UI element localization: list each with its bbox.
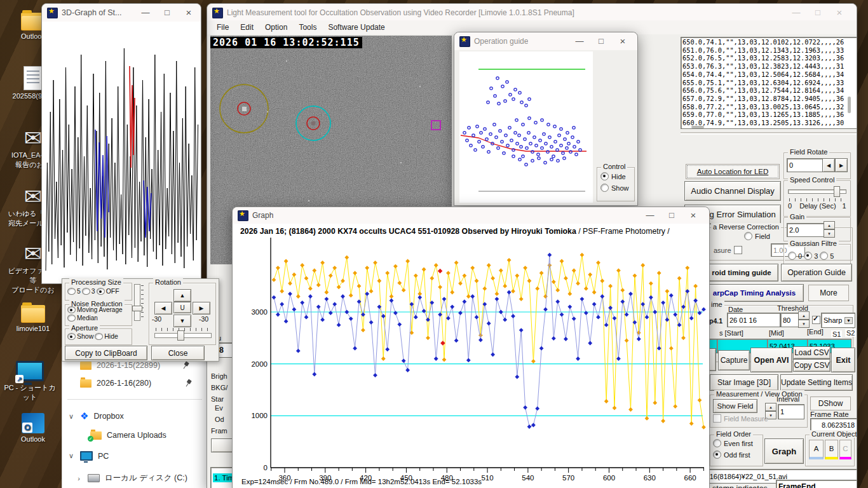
gain-value[interactable]: 2.0	[787, 223, 825, 237]
chevron-down-icon[interactable]: ∨	[67, 412, 75, 421]
median-radio[interactable]: Median	[67, 315, 98, 322]
rotate-left-button[interactable]: ◀	[154, 302, 172, 315]
rotate-reset-button[interactable]: U	[173, 302, 191, 313]
radio-icon[interactable]	[713, 439, 721, 447]
explorer-row-pc[interactable]: ∨ PC	[67, 451, 109, 461]
hide-radio[interactable]: Hide	[600, 172, 626, 180]
field-radio[interactable]: Field	[744, 232, 770, 240]
threshold-spinner[interactable]: ▲▼	[798, 311, 810, 328]
radio-icon-off[interactable]	[97, 288, 105, 295]
maximize-button[interactable]: □	[156, 4, 178, 22]
copy-csv-button[interactable]: Copy CSV	[793, 359, 831, 372]
menu-tools[interactable]: Tools	[293, 22, 322, 33]
radio-icon[interactable]	[713, 451, 721, 459]
csv-data-listbox[interactable]: 650.0,74.1,"",13,03,12.0102,12.0722,,,,2…	[681, 37, 857, 129]
menu-file[interactable]: File	[211, 22, 234, 33]
explorer-row-pinned-2[interactable]: 2026-1-16(280)	[80, 379, 192, 388]
chevron-down-icon[interactable]: ∨	[67, 452, 75, 460]
object-b-button[interactable]: B	[825, 440, 838, 459]
graph-button[interactable]: Graph	[764, 438, 804, 464]
show-field-button[interactable]: Show Field	[713, 399, 757, 413]
frame-end-field[interactable]: FrameEnd	[776, 480, 857, 488]
object-a-button[interactable]: A	[809, 440, 824, 459]
date-field[interactable]: 26 01 16	[727, 313, 780, 327]
menu-edit[interactable]: Edit	[234, 22, 259, 33]
centroid-timing-guide-button[interactable]: roid timing guide	[705, 264, 778, 281]
explorer-row-local-disk[interactable]: › ローカル ディスク (C:)	[75, 473, 187, 484]
close-button[interactable]: ×	[682, 207, 704, 224]
field-measure-checkbox-row[interactable]: Field Measure	[713, 414, 768, 423]
auto-location-led-button[interactable]: Auto Location for LED	[686, 164, 780, 179]
odd-first-radio[interactable]: Odd first	[713, 451, 750, 459]
update-setting-items-button[interactable]: Update Setting Items	[780, 374, 853, 391]
maximize-button[interactable]: □	[590, 32, 612, 50]
sharp-dropdown[interactable]: Sharp▼	[821, 313, 855, 328]
radio-icon-show[interactable]	[67, 333, 76, 340]
zoom-slider-thumb[interactable]	[132, 306, 142, 311]
moving-average-radio[interactable]: Moving Average	[67, 306, 123, 313]
rotate-right-button[interactable]: ▶	[193, 302, 210, 315]
audio-channel-display-button[interactable]: Audio Channel Display	[684, 181, 781, 201]
listbox-vscrollbar-thumb[interactable]	[848, 97, 851, 113]
main-titlebar[interactable]: Light Measurement tool for Occultation O…	[207, 4, 857, 22]
dropdown-arrow-icon[interactable]: ▼	[844, 317, 853, 324]
speed-slider-thumb[interactable]	[834, 186, 840, 197]
close-button[interactable]: ×	[178, 4, 200, 22]
show-radio[interactable]: Show	[600, 184, 629, 192]
sharpcap-timing-analysis-button[interactable]: arpCap Timing Analysis	[705, 284, 804, 302]
radio-icon[interactable]	[600, 172, 609, 180]
menu-option[interactable]: Option	[259, 22, 293, 33]
object-c-button[interactable]: C	[839, 440, 851, 459]
more-button[interactable]: More	[808, 285, 849, 301]
minimize-button[interactable]: —	[569, 32, 590, 50]
radio-icon-5[interactable]	[67, 288, 76, 295]
rotate-left-button[interactable]: ◀	[822, 158, 835, 172]
checkbox-icon[interactable]	[713, 414, 721, 423]
rotation-slider-thumb[interactable]	[177, 330, 184, 341]
minimize-button[interactable]: —	[135, 4, 156, 22]
checkbox-icon[interactable]	[734, 246, 742, 254]
desktop-icon-outlook-app[interactable]: Outlook	[6, 407, 60, 443]
interval-field[interactable]: 1	[778, 404, 804, 419]
graph-titlebar[interactable]: Graph	[233, 207, 709, 224]
menu-software-update[interactable]: Software Update	[322, 22, 390, 33]
radio-icon-0[interactable]	[788, 252, 796, 260]
radio-icon[interactable]	[67, 315, 76, 322]
radio-icon[interactable]	[600, 184, 609, 192]
measure-checkbox-row[interactable]: asure	[714, 246, 742, 254]
field-rotate-value[interactable]: 0	[787, 158, 824, 172]
load-csv-button[interactable]: Load CSV	[793, 346, 831, 359]
gain-spinner[interactable]: ▲▼	[824, 221, 835, 238]
rotate-up-button[interactable]: ▲	[173, 289, 191, 302]
desktop-icon-pc-shortcut[interactable]: ↗ PC - ショートカット	[3, 355, 57, 402]
explorer-row-dropbox[interactable]: ∨ ❖ Dropbox	[67, 410, 124, 422]
exit-button[interactable]: Exit	[831, 348, 855, 372]
rotate-down-button[interactable]: ▼	[173, 315, 191, 327]
rotate-right-button[interactable]: ▶	[835, 158, 848, 172]
radio-icon-5[interactable]	[820, 252, 828, 260]
radio-icon[interactable]	[67, 306, 76, 313]
close-button[interactable]: ×	[829, 4, 850, 22]
star-image-3d-button[interactable]: Star Image [3D]	[710, 374, 778, 391]
capture-button[interactable]: Capture	[718, 350, 750, 370]
dshow-button[interactable]: DShow	[810, 396, 851, 410]
copy-to-clipboard-button[interactable]: Copy to ClipBoard	[65, 346, 147, 360]
explorer-row-camera-uploads[interactable]: ✓ Camera Uploads	[90, 431, 166, 440]
radio-icon[interactable]	[744, 232, 752, 240]
listbox-hscrollbar-thumb[interactable]	[691, 126, 704, 128]
desktop-icon-limovie-folder[interactable]: limovie101	[6, 296, 60, 332]
radio-icon-hide[interactable]	[95, 333, 103, 340]
zoom-slider-track[interactable]	[134, 284, 140, 321]
open-avi-button[interactable]: Open AVI	[750, 348, 792, 372]
explorer-row-pinned-1[interactable]: 2026-1-15(22899)	[80, 361, 189, 370]
close-button[interactable]: ×	[612, 32, 634, 50]
minimize-button[interactable]: —	[639, 207, 661, 224]
maximize-button[interactable]: □	[807, 4, 829, 22]
sharp-checkbox[interactable]	[812, 316, 820, 324]
minimize-button[interactable]: —	[785, 4, 807, 22]
maximize-button[interactable]: □	[661, 207, 682, 224]
radio-icon-3[interactable]	[804, 252, 812, 260]
operation-guide-button[interactable]: Operation Guide	[781, 264, 852, 281]
radio-icon-3[interactable]	[82, 288, 90, 295]
chevron-right-icon[interactable]: ›	[75, 475, 83, 482]
